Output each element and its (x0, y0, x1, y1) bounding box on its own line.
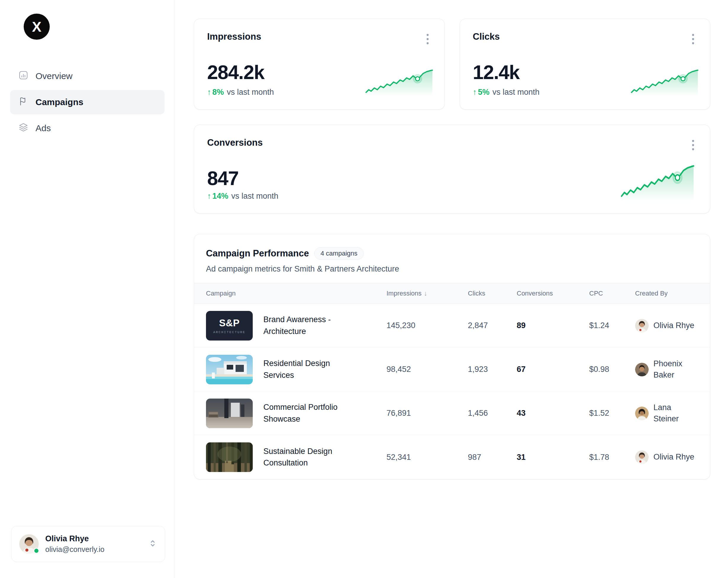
sidebar-item-ads[interactable]: Ads (10, 116, 164, 140)
user-email: olivia@converly.io (45, 545, 142, 554)
table-row[interactable]: Sustainable Design Consultation 52,341 9… (194, 435, 710, 479)
avatar (635, 319, 649, 332)
sidebar-item-label: Ads (35, 123, 51, 133)
sidebar: X Overview Campaigns Ads (0, 0, 175, 578)
conversions-card: Conversions 847 ↑14% vs last month (194, 125, 710, 213)
flag-icon (18, 96, 28, 108)
table-row[interactable]: Commercial Portfolio Showcase 76,891 1,4… (194, 392, 710, 435)
created-by-name: Olivia Rhye (653, 320, 694, 331)
avatar (635, 406, 649, 420)
sparkline-chart (621, 164, 695, 201)
arrow-up-icon: ↑ (207, 87, 211, 97)
clicks-card: Clicks 12.4k ↑5% vs last month (460, 19, 710, 109)
column-header-created-by[interactable]: Created By (635, 290, 698, 297)
table-row[interactable]: S&P ARCHITECTURE Brand Awareness - Archi… (194, 304, 710, 348)
clicks-cell: 1,923 (468, 365, 517, 374)
column-header-conversions[interactable]: Conversions (517, 290, 589, 297)
sidebar-item-campaigns[interactable]: Campaigns (10, 90, 164, 114)
column-header-cpc[interactable]: CPC (589, 290, 635, 297)
kebab-menu-icon[interactable] (689, 137, 697, 153)
user-name: Olivia Rhye (45, 534, 142, 543)
delta-suffix: vs last month (492, 87, 540, 97)
column-header-clicks[interactable]: Clicks (468, 290, 517, 297)
created-by-name: Lana Steiner (653, 402, 698, 425)
impressions-cell: 98,452 (387, 365, 468, 374)
sidebar-item-overview[interactable]: Overview (10, 64, 164, 88)
sidebar-nav: Overview Campaigns Ads (10, 64, 164, 140)
table-title: Campaign Performance (206, 248, 309, 259)
bar-chart-icon (18, 70, 28, 82)
impressions-cell: 52,341 (387, 453, 468, 462)
delta-suffix: vs last month (227, 87, 274, 97)
x-logo[interactable]: X (24, 14, 50, 40)
x-logo-letter: X (32, 19, 42, 35)
table-column-headers: Campaign Impressions↓ Clicks Conversions… (194, 283, 710, 304)
sidebar-item-label: Overview (35, 71, 73, 81)
cpc-cell: $1.24 (589, 321, 635, 330)
conversions-card-title: Conversions (207, 137, 263, 148)
delta-up: ↑8% (207, 87, 224, 97)
cpc-cell: $1.78 (589, 453, 635, 462)
impressions-cell: 76,891 (387, 409, 468, 418)
campaign-count-badge: 4 campaigns (314, 247, 364, 260)
avatar (635, 363, 649, 376)
sparkline-chart (365, 69, 433, 96)
impressions-card: Impressions 284.2k ↑8% vs last month (194, 19, 445, 109)
table-subtitle: Ad campaign metrics for Smith & Partners… (206, 265, 698, 274)
chevron-up-down-icon[interactable] (148, 539, 157, 549)
campaign-name: Commercial Portfolio Showcase (263, 402, 361, 425)
avatar (19, 534, 39, 554)
table-header-block: Campaign Performance 4 campaigns Ad camp… (194, 234, 710, 283)
main-content: Impressions 284.2k ↑8% vs last month (175, 0, 728, 578)
sort-desc-icon: ↓ (424, 290, 427, 297)
delta-percent: 5% (478, 87, 490, 97)
campaign-performance-card: Campaign Performance 4 campaigns Ad camp… (194, 234, 710, 479)
kebab-menu-icon[interactable] (689, 31, 697, 47)
dashboard-page: X Overview Campaigns Ads (0, 0, 728, 578)
sidebar-item-label: Campaigns (35, 97, 83, 107)
online-status-dot (33, 548, 40, 554)
delta-suffix: vs last month (231, 192, 279, 201)
layers-icon (18, 122, 28, 134)
conversions-cell: 31 (517, 453, 589, 462)
impressions-card-title: Impressions (207, 31, 261, 42)
conversions-cell: 43 (517, 409, 589, 418)
arrow-up-icon: ↑ (207, 192, 211, 201)
sparkline-chart (631, 69, 699, 96)
created-by-name: Phoenix Baker (653, 358, 698, 381)
user-meta: Olivia Rhye olivia@converly.io (45, 534, 142, 554)
forest-photo-thumbnail (206, 443, 253, 472)
clicks-cell: 2,847 (468, 321, 517, 330)
delta-percent: 14% (212, 192, 229, 201)
delta-up: ↑14% (207, 192, 229, 201)
conversions-cell: 89 (517, 321, 589, 330)
conversions-cell: 67 (517, 365, 589, 374)
cpc-cell: $0.98 (589, 365, 635, 374)
clicks-card-title: Clicks (473, 31, 500, 42)
clicks-cell: 1,456 (468, 409, 517, 418)
campaign-name: Brand Awareness - Architecture (263, 314, 361, 337)
column-header-impressions[interactable]: Impressions↓ (387, 290, 468, 297)
impressions-cell: 145,230 (387, 321, 468, 330)
house-photo-thumbnail (206, 355, 253, 384)
column-header-campaign[interactable]: Campaign (206, 290, 387, 297)
clicks-cell: 987 (468, 453, 517, 462)
delta-percent: 8% (212, 87, 224, 97)
campaign-name: Residential Design Services (263, 358, 361, 381)
kebab-menu-icon[interactable] (424, 31, 432, 47)
campaign-name: Sustainable Design Consultation (263, 446, 361, 469)
sp-logo-thumbnail: S&P ARCHITECTURE (206, 311, 253, 341)
stats-row: Impressions 284.2k ↑8% vs last month (194, 19, 710, 109)
avatar (635, 450, 649, 464)
table-row[interactable]: Residential Design Services 98,452 1,923… (194, 348, 710, 392)
created-by-name: Olivia Rhye (653, 452, 694, 463)
delta-up: ↑5% (473, 87, 490, 97)
arrow-up-icon: ↑ (473, 87, 477, 97)
user-profile-card[interactable]: Olivia Rhye olivia@converly.io (11, 526, 165, 562)
interior-photo-thumbnail (206, 399, 253, 428)
cpc-cell: $1.52 (589, 409, 635, 418)
